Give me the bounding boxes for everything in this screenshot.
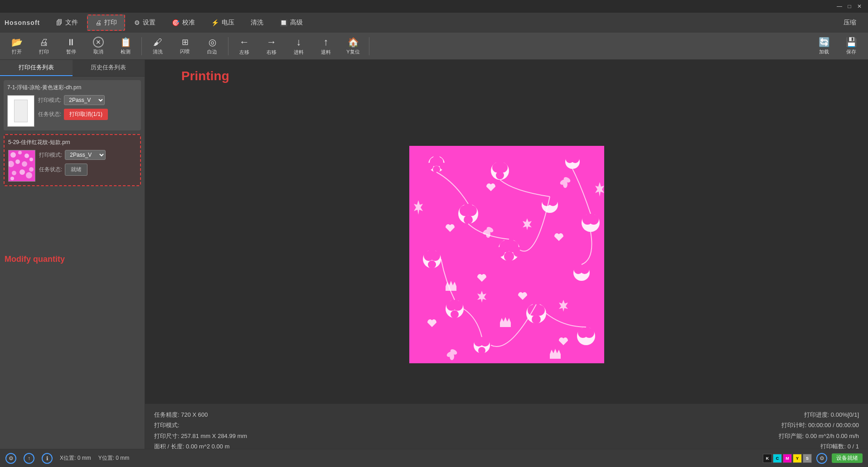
- toolbar-detect-label: 检测: [121, 48, 131, 55]
- svg-point-6: [22, 161, 27, 167]
- toolbar-retract-label: 退料: [321, 49, 331, 56]
- toolbar-divider-2: [228, 37, 228, 55]
- toolbar-open-label: 打开: [12, 48, 22, 55]
- status-icon-2[interactable]: ↑: [24, 453, 34, 464]
- save-icon: 💾: [846, 37, 857, 48]
- yreset-icon: 🏠: [348, 37, 359, 48]
- toolbar-flash-label: 闪喷: [180, 48, 190, 55]
- svg-point-1: [10, 152, 16, 158]
- load-icon: 🔄: [819, 37, 830, 48]
- menu-clean[interactable]: 清洗: [243, 14, 271, 31]
- svg-point-54: [513, 247, 523, 257]
- info-right: 打印进度: 0.00%[0/1] 打印计时: 00:00:00 / 00:00:…: [507, 409, 859, 443]
- tab-history-label: 历史任务列表: [91, 63, 126, 72]
- status-bar: ⚙ ↑ ℹ X位置: 0 mm Y位置: 0 mm K C M Y S ⚙ 设备…: [0, 449, 868, 467]
- svg-point-29: [569, 153, 576, 159]
- toolbar-cancel[interactable]: ✕ 取消: [85, 34, 112, 58]
- toolbar-whiteedge-label: 白边: [207, 48, 217, 55]
- menu-settings[interactable]: ⚙ 设置: [127, 14, 163, 31]
- maximize-button[interactable]: □: [844, 1, 854, 11]
- menu-voltage[interactable]: ⚡ 电压: [204, 14, 242, 31]
- info-size: 打印尺寸: 257.81 mm X 284.99 mm: [154, 431, 507, 441]
- clean-icon: 🖌: [153, 37, 162, 48]
- toolbar-print-label: 打印: [39, 48, 49, 55]
- info-bar: 任务精度: 720 X 600 打印模式: 打印尺寸: 257.81 mm X …: [145, 404, 868, 449]
- svg-point-8: [12, 171, 16, 175]
- settings-status-icon[interactable]: ⚙: [816, 453, 827, 464]
- print-toolbar-icon: 🖨: [39, 37, 48, 48]
- job2-mode-select[interactable]: 2Pass_V 4Pass_V: [65, 150, 106, 160]
- status-icon-3[interactable]: ℹ: [42, 453, 53, 464]
- svg-point-3: [24, 154, 29, 158]
- svg-point-5: [15, 159, 20, 164]
- job1-mode-label: 打印模式:: [38, 96, 61, 104]
- job2-status-button[interactable]: 就绪: [65, 164, 87, 176]
- status-icon-1[interactable]: ⚙: [5, 453, 16, 464]
- menu-compress[interactable]: 压缩: [836, 14, 863, 31]
- toolbar-clean[interactable]: 🖌 清洗: [145, 34, 171, 58]
- job1-details: 打印模式: 2Pass_V 4Pass_V 任务状态: 打印取消(1/1): [38, 95, 137, 124]
- toolbar-yreset[interactable]: 🏠 Y复位: [340, 34, 366, 58]
- svg-point-10: [26, 172, 32, 178]
- menu-clean-label: 清洗: [251, 19, 263, 27]
- close-button[interactable]: ✕: [854, 1, 864, 11]
- toolbar-open[interactable]: 📂 打开: [4, 34, 30, 58]
- minimize-button[interactable]: —: [834, 1, 844, 11]
- job2-mode-label: 打印模式:: [39, 151, 62, 159]
- job1-status-button[interactable]: 打印取消(1/1): [64, 109, 108, 120]
- svg-point-53: [495, 247, 505, 257]
- info-time: 打印计时: 00:00:00 / 00:00:00: [507, 420, 859, 430]
- toolbar-load[interactable]: 🔄 加载: [811, 34, 837, 58]
- job1-thumbnail: [7, 95, 34, 127]
- tab-print-queue[interactable]: 打印任务列表: [0, 60, 73, 76]
- menu-compress-label: 压缩: [844, 19, 856, 27]
- menu-advanced[interactable]: 🔲 高级: [272, 14, 310, 31]
- svg-point-7: [29, 158, 33, 161]
- printing-annotation: Printing: [181, 69, 229, 83]
- title-bar: — □ ✕: [0, 0, 868, 13]
- right-icon: →: [267, 36, 276, 48]
- cancel-icon: ✕: [93, 37, 104, 48]
- swatch-c[interactable]: C: [773, 454, 782, 463]
- menu-calibrate[interactable]: 🎯 校准: [165, 14, 202, 31]
- toolbar-right[interactable]: → 右移: [258, 34, 285, 58]
- job-item-1[interactable]: 7-1-浮锚-凉纶-黄色迷彩-dh.prn 打印模式: 2Pass_V 4Pas…: [4, 80, 141, 130]
- svg-point-17: [433, 155, 440, 162]
- svg-point-19: [426, 163, 433, 170]
- print-icon: 🖨: [95, 19, 102, 26]
- toolbar-print[interactable]: 🖨 打印: [31, 34, 57, 58]
- toolbar-detect[interactable]: 📋 检测: [112, 34, 139, 58]
- toolbar-left[interactable]: ← 左移: [231, 34, 257, 58]
- svg-point-73: [478, 347, 485, 354]
- file-icon: 🗐: [56, 19, 63, 26]
- menu-voltage-label: 电压: [222, 19, 234, 27]
- swatch-m[interactable]: M: [783, 454, 792, 463]
- svg-point-68: [532, 315, 541, 324]
- svg-point-47: [428, 260, 436, 269]
- toolbar-yreset-label: Y复位: [346, 48, 359, 55]
- job-item-2[interactable]: 5-29-佳伴红花纹-短款.prn: [4, 134, 141, 186]
- svg-point-25: [496, 171, 504, 179]
- swatch-y[interactable]: Y: [793, 454, 802, 463]
- toolbar-right-label: 右移: [267, 49, 276, 56]
- menu-print[interactable]: 🖨 打印: [87, 14, 125, 31]
- toolbar-retract[interactable]: ↑ 退料: [313, 34, 339, 58]
- toolbar-save-label: 保存: [846, 48, 856, 55]
- job1-mode-select[interactable]: 2Pass_V 4Pass_V: [64, 95, 105, 105]
- toolbar-feed[interactable]: ↓ 进料: [286, 34, 312, 58]
- job1-status-label: 任务状态:: [38, 111, 61, 118]
- detect-icon: 📋: [120, 37, 131, 48]
- toolbar-flash[interactable]: ⊞ 闪喷: [172, 34, 198, 58]
- toolbar-save[interactable]: 💾 保存: [838, 34, 864, 58]
- tab-history[interactable]: 历史任务列表: [73, 60, 145, 76]
- swatch-s[interactable]: S: [803, 454, 812, 463]
- menu-file[interactable]: 🗐 文件: [49, 14, 85, 31]
- toolbar-pause[interactable]: ⏸ 暂停: [58, 34, 84, 58]
- swatch-k[interactable]: K: [763, 454, 772, 463]
- main-content: Printing: [145, 60, 868, 449]
- toolbar-whiteedge[interactable]: ◎ 白边: [199, 34, 225, 58]
- toolbar-divider-3: [369, 37, 369, 55]
- menu-bar: Hosonsoft 🗐 文件 🖨 打印 ⚙ 设置 🎯 校准 ⚡ 电压 清洗 🔲 …: [0, 13, 868, 33]
- toolbar-feed-label: 进料: [294, 49, 304, 56]
- info-production: 打印产能: 0.00 m^2/h 0.00 m/h: [507, 431, 859, 441]
